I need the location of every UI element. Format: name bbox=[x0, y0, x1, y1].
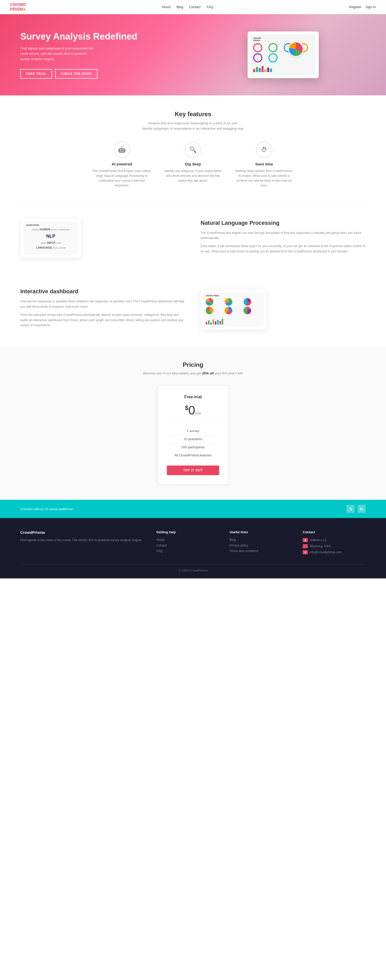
dashboard-image: CROWD PRISM● bbox=[201, 290, 366, 329]
feature-dig-deep: 🔍 Dig deep Identify any subgroup of your… bbox=[163, 142, 223, 188]
nlp-text: Natural Language Processing The CrowdPri… bbox=[201, 220, 366, 257]
dash-chart-5 bbox=[225, 307, 232, 314]
footer-terms-link[interactable]: Terms and conditions bbox=[230, 549, 293, 553]
footer-contact-col: Contact 🏠 Holborn LLC 📍 Wyoming, USA ✉ i… bbox=[303, 530, 366, 556]
footer-contact-link[interactable]: Contact bbox=[156, 544, 219, 547]
hero-buttons: FREE TRIAL CHECK THE DEMO bbox=[20, 69, 185, 79]
dashboard-section: Interactive dashboard How are the respon… bbox=[0, 273, 386, 346]
nav-contact[interactable]: Contact bbox=[189, 5, 201, 9]
check-demo-button[interactable]: CHECK THE DEMO bbox=[55, 69, 97, 79]
logo[interactable]: CROWD PRISM bbox=[10, 3, 26, 11]
dashboard-para2: From the uploaded survey data CrowdPrism… bbox=[20, 312, 185, 328]
dig-deep-icon: 🔍 bbox=[185, 142, 201, 158]
nlp-para2: Even better, it will summarize these top… bbox=[201, 243, 366, 254]
social-icons: 𝕏 in bbox=[346, 505, 366, 513]
pricing-card-title: Free-trial bbox=[167, 395, 219, 399]
pricing-subtitle: Become one of our beta testers and get 2… bbox=[20, 371, 366, 375]
pricing-section: Pricing Become one of our beta testers a… bbox=[0, 346, 386, 500]
laptop-brand-text: CROWDPRISM● bbox=[253, 37, 313, 41]
chart-circle-1 bbox=[253, 43, 262, 52]
hero-laptop: CROWDPRISM● bbox=[247, 32, 319, 78]
footer-grid: CrowdPrisma Find signals in the noise of… bbox=[20, 530, 366, 556]
linkedin-icon[interactable]: in bbox=[357, 505, 366, 513]
footer-brand-name: CrowdPrisma bbox=[20, 530, 146, 535]
dashboard-charts bbox=[206, 298, 262, 314]
feature-ai-title: AI powered bbox=[91, 162, 152, 166]
hero-text: Survey Analysis Redefined Find signals a… bbox=[20, 31, 185, 79]
social-banner-text: Connect with us on social platforms! bbox=[20, 507, 73, 511]
dashboard-screen: CROWD PRISM● bbox=[204, 293, 263, 326]
logo-text: CROWD PRISM bbox=[10, 3, 26, 11]
feature-ai-desc: The CrowdPrisma Text Engine uses cutting… bbox=[91, 169, 152, 188]
home-icon: 🏠 bbox=[303, 538, 308, 542]
signin-link[interactable]: Sign In bbox=[366, 5, 376, 9]
footer-links-heading: Useful links bbox=[230, 530, 293, 534]
nav-about[interactable]: About bbox=[162, 5, 171, 9]
hero-title: Survey Analysis Redefined bbox=[20, 31, 185, 42]
nlp-screen: CROWD PRISM● BASED HUMAN RULES STANDARD … bbox=[23, 222, 78, 255]
pricing-card: Free-trial $0/mo 1 survey 10 questions 2… bbox=[158, 385, 228, 485]
pricing-feature-3: 200 participants bbox=[167, 443, 219, 451]
contact-address: 🏠 Holborn LLC bbox=[303, 538, 366, 542]
chart-circle-5 bbox=[253, 53, 262, 62]
chart-circle-2 bbox=[268, 43, 278, 52]
pricing-heading: Pricing bbox=[20, 361, 366, 368]
dash-chart-2 bbox=[225, 298, 232, 306]
register-link[interactable]: Register bbox=[349, 5, 361, 9]
footer-useful-links: Useful links Blog Privacy policy Terms a… bbox=[230, 530, 293, 556]
word-cloud: BASED HUMAN RULES STANDARD NLP TASKS INP… bbox=[26, 227, 76, 250]
dash-laptop-brand: CROWD PRISM● bbox=[206, 295, 262, 297]
navbar: CROWD PRISM About Blog Contact FAQ Regis… bbox=[0, 0, 386, 14]
hero-description: Find signals and subgroups in your respo… bbox=[20, 46, 97, 62]
pricing-feature-2: 10 questions bbox=[167, 435, 219, 443]
contact-email-text: info@crowdprisma.com bbox=[310, 550, 342, 554]
nav-faq[interactable]: FAQ bbox=[207, 5, 213, 9]
footer-bottom: © 2024 CrowdPrisma bbox=[20, 565, 366, 572]
footer-help-heading: Getting help bbox=[156, 530, 219, 534]
footer-getting-help: Getting help About Contact FAQ bbox=[156, 530, 219, 556]
social-banner: Connect with us on social platforms! 𝕏 i… bbox=[0, 500, 386, 518]
footer-privacy-link[interactable]: Privacy policy bbox=[230, 544, 293, 547]
ai-powered-icon: 🤖 bbox=[114, 142, 130, 158]
price-display: $0/mo bbox=[167, 404, 219, 417]
chart-grid bbox=[253, 43, 313, 62]
footer-about-link[interactable]: About bbox=[156, 538, 219, 542]
dashboard-heading: Interactive dashboard bbox=[20, 288, 185, 295]
hero-image: CROWDPRISM● bbox=[201, 32, 366, 78]
twitter-icon[interactable]: 𝕏 bbox=[346, 505, 354, 513]
free-trial-button[interactable]: FREE TRIAL bbox=[20, 69, 52, 79]
footer-contact-heading: Contact bbox=[303, 530, 366, 534]
location-icon: 📍 bbox=[303, 544, 308, 548]
nlp-laptop-brand: CROWD PRISM● bbox=[26, 224, 76, 226]
key-features-subtitle: Analyse free-text responses meaningfully… bbox=[20, 121, 366, 131]
pricing-feature-4: All CrowdPrisma features bbox=[167, 451, 219, 460]
dashboard-bar-chart bbox=[206, 317, 262, 325]
email-icon: ✉ bbox=[303, 550, 308, 554]
nlp-para1: The CrowdPrisma text-engine can read thr… bbox=[201, 230, 366, 241]
nlp-section: CROWD PRISM● BASED HUMAN RULES STANDARD … bbox=[0, 204, 386, 273]
dash-chart-1 bbox=[206, 298, 213, 306]
contact-city: Wyoming, USA bbox=[310, 544, 330, 548]
laptop-screen: CROWDPRISM● bbox=[250, 35, 316, 75]
nav-actions: Register Sign In bbox=[349, 5, 376, 9]
features-grid: 🤖 AI powered The CrowdPrisma Text Engine… bbox=[91, 142, 295, 188]
dash-chart-6 bbox=[244, 307, 251, 314]
feature-ai-powered: 🤖 AI powered The CrowdPrisma Text Engine… bbox=[91, 142, 152, 188]
feature-save-time: ⏱ Save time Nothing reads quicker than C… bbox=[234, 142, 295, 188]
footer-blog-link[interactable]: Blog bbox=[230, 538, 293, 542]
bar-chart bbox=[253, 64, 313, 72]
dashboard-text: Interactive dashboard How are the respon… bbox=[20, 288, 185, 331]
copyright-text: © 2024 CrowdPrisma bbox=[179, 569, 207, 572]
try-it-out-button[interactable]: TRY IT OUT bbox=[167, 466, 219, 475]
feature-save-title: Save time bbox=[234, 162, 295, 166]
big-pie-chart bbox=[288, 41, 303, 57]
chart-circle-6 bbox=[268, 53, 278, 62]
hero-section: Survey Analysis Redefined Find signals a… bbox=[0, 14, 386, 95]
nav-blog[interactable]: Blog bbox=[177, 5, 183, 9]
nav-links: About Blog Contact FAQ bbox=[162, 5, 213, 9]
footer-faq-link[interactable]: FAQ bbox=[156, 549, 219, 553]
dash-chart-4 bbox=[206, 307, 213, 314]
nlp-laptop: CROWD PRISM● BASED HUMAN RULES STANDARD … bbox=[20, 219, 81, 258]
contact-location: 📍 Wyoming, USA bbox=[303, 544, 366, 548]
feature-dig-desc: Identify any subgroup of your respondent… bbox=[163, 169, 223, 183]
